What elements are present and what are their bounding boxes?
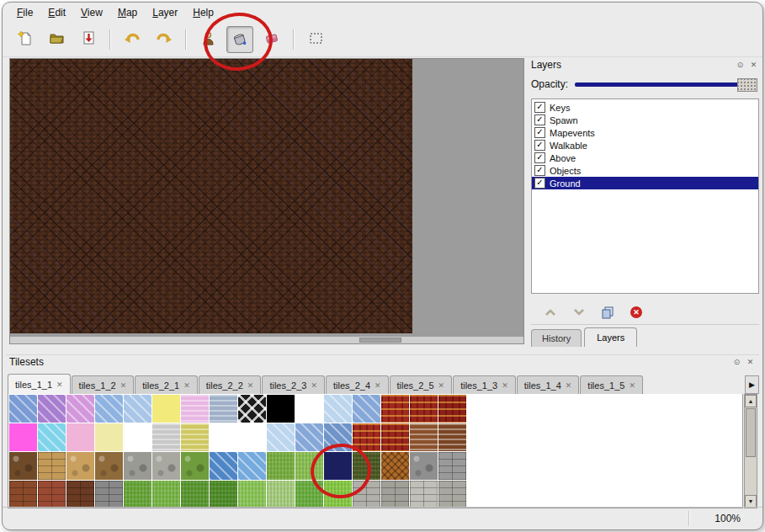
tile[interactable] <box>124 423 151 451</box>
tileset-tab[interactable]: tiles_2_1✕ <box>135 375 198 394</box>
tile[interactable] <box>95 395 123 423</box>
tile[interactable] <box>381 395 409 423</box>
scrollbar-thumb[interactable] <box>359 338 401 343</box>
tile[interactable] <box>238 395 266 423</box>
tile[interactable] <box>210 452 237 480</box>
tile[interactable] <box>267 452 295 480</box>
tile[interactable] <box>95 423 123 451</box>
tile[interactable] <box>210 423 237 451</box>
close-panel-button[interactable]: ✕ <box>745 357 756 368</box>
tile[interactable] <box>210 481 237 508</box>
tile[interactable] <box>181 423 209 451</box>
tile[interactable] <box>9 452 37 480</box>
open-button[interactable] <box>43 26 70 53</box>
select-tool-button[interactable] <box>302 26 329 53</box>
tab-close-icon[interactable]: ✕ <box>247 381 254 390</box>
layer-row[interactable]: ✓Above <box>532 152 758 164</box>
move-layer-down-button[interactable] <box>571 305 587 320</box>
tile[interactable] <box>238 481 266 508</box>
tab-close-icon[interactable]: ✕ <box>629 381 635 390</box>
tab-layers[interactable]: Layers <box>584 327 637 347</box>
tileset-tab[interactable]: tiles_1_4✕ <box>517 375 580 394</box>
opacity-slider[interactable] <box>575 82 757 87</box>
tab-close-icon[interactable]: ✕ <box>311 381 317 390</box>
tileset-tab[interactable]: tiles_1_1✕ <box>8 374 71 395</box>
tile[interactable] <box>238 423 266 451</box>
tile[interactable] <box>152 481 180 508</box>
scroll-up-button[interactable]: ▲ <box>745 395 757 407</box>
menu-view[interactable]: View <box>73 4 110 21</box>
layer-row[interactable]: ✓Spawn <box>532 114 758 126</box>
tile[interactable] <box>267 423 295 451</box>
layer-row[interactable]: ✓Mapevents <box>532 126 758 139</box>
tile[interactable] <box>181 395 209 423</box>
tile[interactable] <box>9 395 37 423</box>
tileset-tab[interactable]: tiles_2_4✕ <box>326 375 389 394</box>
delete-layer-button[interactable]: ✕ <box>629 305 644 320</box>
tile[interactable] <box>181 481 209 508</box>
tile[interactable] <box>210 395 237 423</box>
tileset-tab[interactable]: tiles_2_2✕ <box>199 375 262 394</box>
menu-layer[interactable]: Layer <box>145 4 185 21</box>
menu-help[interactable]: Help <box>185 4 221 21</box>
close-panel-button[interactable]: ✕ <box>748 60 759 71</box>
layer-visibility-checkbox[interactable]: ✓ <box>534 140 545 151</box>
tile[interactable] <box>353 423 380 451</box>
map-canvas[interactable] <box>10 59 412 333</box>
tile[interactable] <box>410 452 438 480</box>
tab-close-icon[interactable]: ✕ <box>375 381 381 390</box>
tile[interactable] <box>295 452 323 480</box>
tile[interactable] <box>295 481 323 508</box>
tile[interactable] <box>267 395 295 423</box>
tile[interactable] <box>152 395 180 423</box>
tile[interactable] <box>38 481 66 508</box>
tile[interactable] <box>95 452 123 480</box>
tile[interactable] <box>38 395 66 423</box>
scrollbar-thumb[interactable] <box>746 408 756 457</box>
tile[interactable] <box>381 481 409 508</box>
tile[interactable] <box>324 423 352 451</box>
tile[interactable] <box>438 395 466 423</box>
tileset-tab[interactable]: tiles_1_5✕ <box>580 375 643 394</box>
menu-edit[interactable]: Edit <box>40 4 73 21</box>
menu-file[interactable]: File <box>9 4 40 21</box>
tile[interactable] <box>9 481 37 508</box>
tab-close-icon[interactable]: ✕ <box>120 381 127 390</box>
new-map-button[interactable] <box>11 26 38 53</box>
tile[interactable] <box>438 452 466 480</box>
float-panel-button[interactable]: ⊙ <box>735 60 746 71</box>
layer-row[interactable]: ✓Keys <box>532 101 758 114</box>
tile[interactable] <box>66 395 94 423</box>
tile[interactable] <box>152 452 180 480</box>
fill-tool-button[interactable] <box>226 26 253 53</box>
scroll-down-button[interactable]: ▼ <box>745 495 757 508</box>
layer-visibility-checkbox[interactable]: ✓ <box>534 178 545 189</box>
tile[interactable] <box>124 481 151 508</box>
tile[interactable] <box>324 395 352 423</box>
duplicate-layer-button[interactable] <box>600 305 615 320</box>
tile[interactable] <box>324 452 352 480</box>
tile[interactable] <box>95 481 123 508</box>
tile[interactable] <box>38 423 66 451</box>
tile[interactable] <box>238 452 266 480</box>
tab-close-icon[interactable]: ✕ <box>438 381 445 390</box>
tab-close-icon[interactable]: ✕ <box>502 381 508 390</box>
layer-visibility-checkbox[interactable]: ✓ <box>534 152 545 163</box>
layer-row[interactable]: ✓Ground <box>532 177 758 189</box>
tile[interactable] <box>410 423 438 451</box>
tileset-tab[interactable]: tiles_1_3✕ <box>453 375 516 394</box>
float-panel-button[interactable]: ⊙ <box>731 357 742 368</box>
tabs-scroll-right-button[interactable]: ▶ <box>745 375 759 394</box>
tileset-tab[interactable]: tiles_2_3✕ <box>262 375 325 394</box>
menu-map[interactable]: Map <box>110 4 145 21</box>
tile[interactable] <box>381 423 409 451</box>
tile[interactable] <box>438 481 466 508</box>
tile[interactable] <box>66 452 94 480</box>
tile[interactable] <box>410 395 438 423</box>
save-button[interactable] <box>75 26 102 53</box>
tile[interactable] <box>124 395 151 423</box>
layer-visibility-checkbox[interactable]: ✓ <box>534 114 545 125</box>
tile[interactable] <box>267 481 295 508</box>
layer-visibility-checkbox[interactable]: ✓ <box>534 165 545 176</box>
tile[interactable] <box>181 452 209 480</box>
